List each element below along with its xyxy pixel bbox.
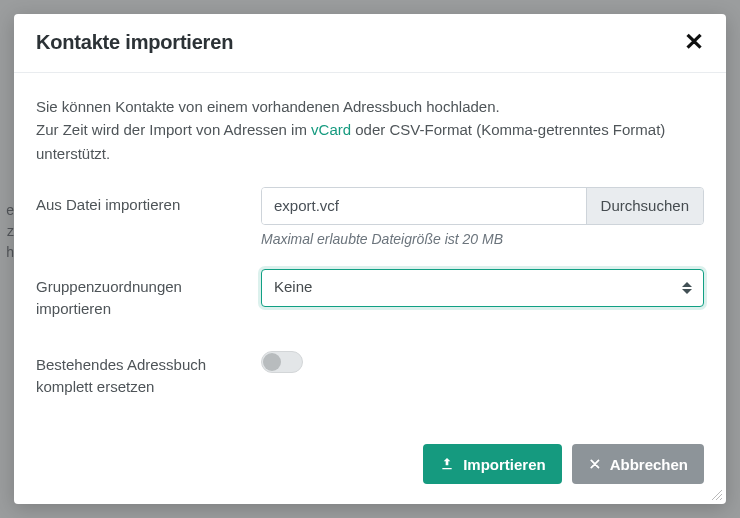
group-assignments-select[interactable]: Keine (261, 269, 704, 307)
import-button[interactable]: Importieren (423, 444, 562, 484)
dialog-body: Sie können Kontakte von einem vorhandene… (14, 73, 726, 434)
file-name-input[interactable] (262, 188, 586, 224)
browse-button[interactable]: Durchsuchen (586, 188, 703, 224)
import-button-label: Importieren (463, 456, 546, 473)
replace-addressbook-label: Bestehendes Adressbuch komplett ersetzen (36, 347, 261, 398)
replace-addressbook-toggle[interactable] (261, 351, 303, 373)
file-input-group[interactable]: Durchsuchen (261, 187, 704, 225)
background-text-fragment: ezh (0, 200, 14, 263)
file-import-label: Aus Datei importieren (36, 187, 261, 216)
group-assignments-label: Gruppenzuordnungen importieren (36, 269, 261, 320)
cancel-button-label: Abbrechen (610, 456, 688, 473)
resize-handle-icon (710, 488, 722, 500)
cancel-button[interactable]: Abbrechen (572, 444, 704, 484)
replace-addressbook-row: Bestehendes Adressbuch komplett ersetzen (36, 347, 704, 398)
group-assignments-selected: Keine (274, 278, 312, 295)
dialog-title: Kontakte importieren (36, 31, 233, 54)
intro-text: Sie können Kontakte von einem vorhandene… (36, 95, 704, 165)
upload-icon (439, 456, 455, 472)
file-size-help: Maximal erlaubte Dateigröße ist 20 MB (261, 231, 704, 247)
dialog-footer: Importieren Abbrechen (14, 434, 726, 504)
close-icon[interactable]: ✕ (684, 30, 704, 54)
file-import-row: Aus Datei importieren Durchsuchen Maxima… (36, 187, 704, 247)
toggle-knob (263, 353, 281, 371)
svg-line-0 (712, 490, 722, 500)
svg-line-2 (720, 498, 722, 500)
vcard-link[interactable]: vCard (311, 121, 351, 138)
svg-line-1 (716, 494, 722, 500)
intro-line-1: Sie können Kontakte von einem vorhandene… (36, 98, 500, 115)
group-assignments-row: Gruppenzuordnungen importieren Keine (36, 269, 704, 320)
import-contacts-dialog: Kontakte importieren ✕ Sie können Kontak… (14, 14, 726, 504)
intro-line-2a: Zur Zeit wird der Import von Adressen im (36, 121, 311, 138)
dialog-header: Kontakte importieren ✕ (14, 14, 726, 73)
close-small-icon (588, 457, 602, 471)
